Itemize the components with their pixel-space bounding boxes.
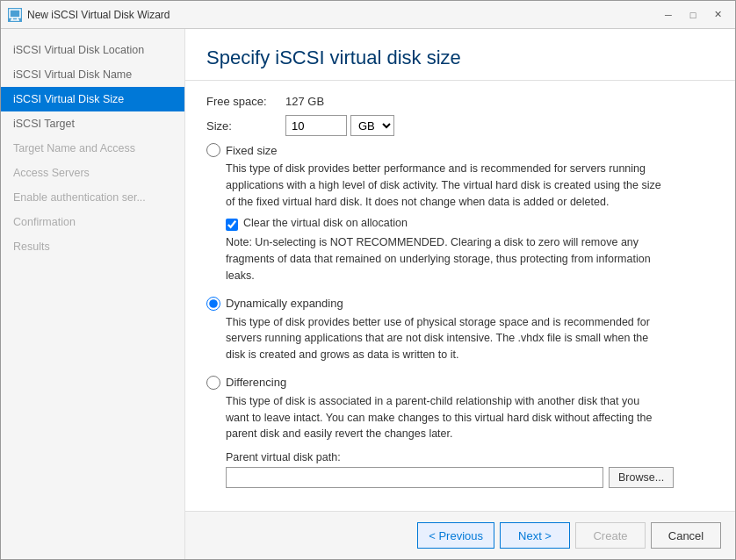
differencing-radio[interactable] bbox=[206, 376, 220, 390]
sidebar-item-confirmation: Confirmation bbox=[1, 210, 184, 234]
fixed-size-description: This type of disk provides better perfor… bbox=[226, 161, 665, 210]
sidebar-item-results: Results bbox=[1, 234, 184, 259]
page-title: Specify iSCSI virtual disk size bbox=[206, 47, 714, 69]
fixed-size-radio[interactable] bbox=[206, 143, 220, 157]
page-header: Specify iSCSI virtual disk size bbox=[185, 29, 735, 81]
sidebar-item-iscsi-virtual-disk-name[interactable]: iSCSI Virtual Disk Name bbox=[1, 62, 184, 87]
size-row: Size: MB GB TB bbox=[206, 115, 714, 136]
wizard-window: New iSCSI Virtual Disk Wizard ─ □ ✕ iSCS… bbox=[0, 0, 736, 560]
disk-type-radio-group: Fixed size This type of disk provides be… bbox=[206, 143, 714, 488]
main-body: Free space: 127 GB Size: MB GB TB bbox=[185, 81, 735, 511]
sidebar-item-iscsi-virtual-disk-location[interactable]: iSCSI Virtual Disk Location bbox=[1, 38, 184, 62]
free-space-row: Free space: 127 GB bbox=[206, 95, 714, 108]
dynamically-expanding-label[interactable]: Dynamically expanding bbox=[206, 297, 714, 311]
browse-button[interactable]: Browse... bbox=[609, 467, 674, 488]
fixed-size-label[interactable]: Fixed size bbox=[206, 143, 714, 157]
differencing-option: Differencing This type of disk is associ… bbox=[206, 376, 714, 488]
differencing-label[interactable]: Differencing bbox=[206, 376, 714, 390]
minimize-button[interactable]: ─ bbox=[658, 6, 679, 24]
content-area: iSCSI Virtual Disk Location iSCSI Virtua… bbox=[1, 29, 735, 559]
dynamically-expanding-option: Dynamically expanding This type of disk … bbox=[206, 297, 714, 363]
differencing-description: This type of disk is associated in a par… bbox=[226, 393, 665, 442]
clear-on-allocation-note: Note: Un-selecting is NOT RECOMMENDED. C… bbox=[226, 234, 656, 284]
free-space-value: 127 GB bbox=[285, 95, 324, 108]
title-bar: New iSCSI Virtual Disk Wizard ─ □ ✕ bbox=[1, 1, 735, 29]
sidebar-item-iscsi-target[interactable]: iSCSI Target bbox=[1, 111, 184, 136]
close-button[interactable]: ✕ bbox=[707, 6, 728, 24]
sidebar-item-iscsi-virtual-disk-size[interactable]: iSCSI Virtual Disk Size bbox=[1, 87, 184, 111]
sidebar-item-target-name-and-access: Target Name and Access bbox=[1, 136, 184, 161]
previous-button[interactable]: < Previous bbox=[417, 522, 494, 549]
sidebar: iSCSI Virtual Disk Location iSCSI Virtua… bbox=[1, 29, 185, 559]
title-bar-left: New iSCSI Virtual Disk Wizard bbox=[8, 8, 170, 22]
main-panel: Specify iSCSI virtual disk size Free spa… bbox=[185, 29, 735, 559]
clear-on-allocation-row: Clear the virtual disk on allocation bbox=[226, 217, 714, 231]
app-icon bbox=[8, 8, 22, 22]
size-label: Size: bbox=[206, 119, 285, 133]
svg-rect-0 bbox=[10, 10, 20, 18]
clear-on-allocation-label: Clear the virtual disk on allocation bbox=[243, 217, 408, 229]
cancel-button[interactable]: Cancel bbox=[651, 522, 721, 549]
clear-on-allocation-checkbox[interactable] bbox=[226, 219, 238, 231]
parent-path-row: Browse... bbox=[226, 467, 714, 488]
dynamically-expanding-description: This type of disk provides better use of… bbox=[226, 314, 665, 363]
next-button[interactable]: Next > bbox=[500, 522, 570, 549]
maximize-button[interactable]: □ bbox=[682, 6, 704, 24]
parent-path-input[interactable] bbox=[226, 467, 603, 488]
size-input[interactable] bbox=[285, 115, 347, 136]
window-title: New iSCSI Virtual Disk Wizard bbox=[27, 9, 170, 21]
parent-path-label: Parent virtual disk path: bbox=[226, 451, 714, 463]
footer: < Previous Next > Create Cancel bbox=[185, 511, 735, 559]
dynamically-expanding-radio[interactable] bbox=[206, 297, 220, 311]
title-bar-controls: ─ □ ✕ bbox=[658, 6, 728, 24]
size-unit-select[interactable]: MB GB TB bbox=[350, 115, 394, 136]
fixed-size-option: Fixed size This type of disk provides be… bbox=[206, 143, 714, 284]
size-input-group: MB GB TB bbox=[285, 115, 394, 136]
create-button: Create bbox=[575, 522, 646, 549]
free-space-label: Free space: bbox=[206, 95, 285, 108]
sidebar-item-enable-authentication: Enable authentication ser... bbox=[1, 185, 184, 210]
sidebar-item-access-servers: Access Servers bbox=[1, 161, 184, 185]
